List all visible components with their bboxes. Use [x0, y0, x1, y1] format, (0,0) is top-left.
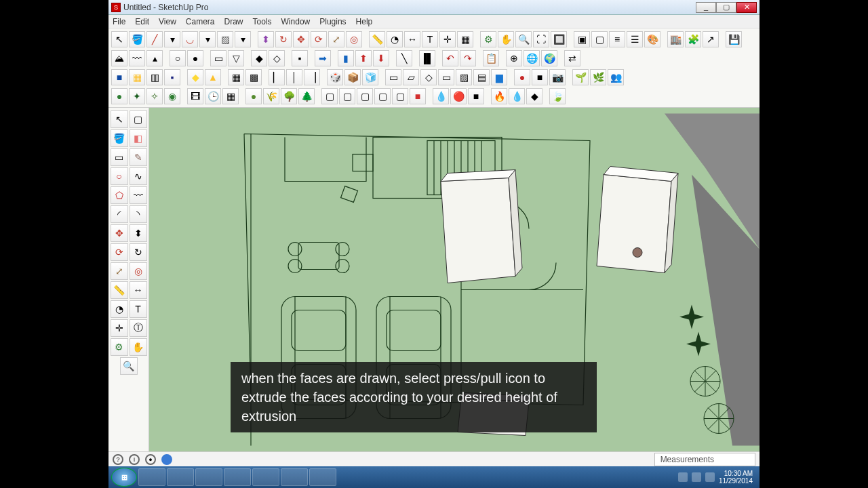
spray-r-button[interactable]: 🔴 [450, 88, 467, 104]
triangle-button[interactable]: ▲ [205, 69, 221, 85]
tray-network-icon[interactable] [692, 472, 701, 482]
grass-button[interactable]: 🌾 [263, 88, 279, 104]
green-1-button[interactable]: ● [111, 88, 127, 104]
rec-button[interactable]: ● [514, 69, 530, 85]
bar-mid-button[interactable]: │ [286, 69, 302, 85]
axes-tool[interactable]: ✛ [111, 319, 128, 337]
group-button[interactable]: ▢ [591, 31, 608, 47]
pan-tool[interactable]: ✋ [130, 338, 147, 356]
soften-button[interactable]: ○ [170, 50, 186, 66]
tape-tool[interactable]: 📏 [111, 281, 128, 299]
sq-b-button[interactable]: ▢ [339, 88, 355, 104]
bar-left-button[interactable]: ▏ [269, 69, 285, 85]
close-button[interactable]: ✕ [736, 2, 757, 13]
status-geo-icon[interactable] [161, 454, 172, 465]
pencil-tool[interactable]: ✎ [130, 148, 147, 166]
ext-warehouse-button[interactable]: 🧩 [685, 31, 701, 47]
maximize-button[interactable]: ▢ [716, 2, 736, 13]
protr-tool[interactable]: ◔ [111, 300, 128, 318]
paint-button[interactable]: 🪣 [129, 31, 145, 47]
line-button[interactable]: ╱ [146, 31, 163, 47]
globe-2-button[interactable]: 🌍 [541, 50, 557, 66]
sq-blue-button[interactable]: ■ [111, 69, 127, 85]
menu-help[interactable]: Help [356, 17, 373, 26]
page-3-button[interactable]: ◇ [420, 69, 437, 85]
rotate-tool[interactable]: ⟳ [111, 243, 128, 261]
task-app-4[interactable] [309, 468, 336, 486]
tape-button[interactable]: 📏 [369, 31, 385, 47]
page-4-button[interactable]: ▭ [438, 69, 454, 85]
tray-volume-icon[interactable] [705, 472, 715, 482]
shape-dd-button[interactable]: ▾ [235, 31, 251, 47]
mirror-button[interactable]: ▐▌ [419, 50, 435, 66]
grid-sm-button[interactable]: ▦ [228, 69, 244, 85]
arc2-tool[interactable]: ◝ [130, 205, 147, 223]
sq-dark-button[interactable]: ▪ [164, 69, 180, 85]
materials-button[interactable]: 🎨 [644, 31, 660, 47]
menu-camera[interactable]: Camera [186, 17, 215, 26]
line-dd-button[interactable]: ▾ [164, 31, 180, 47]
green-3-button[interactable]: ✧ [146, 88, 163, 104]
person-button[interactable]: 👥 [608, 69, 624, 85]
move-button[interactable]: ✥ [293, 31, 309, 47]
menu-window[interactable]: Window [281, 17, 311, 26]
plant-2-button[interactable]: 🌿 [590, 69, 606, 85]
task-app-2[interactable] [195, 468, 222, 486]
green-2-button[interactable]: ✦ [129, 88, 145, 104]
sq-red-button[interactable]: ■ [410, 88, 426, 104]
spray-sel-button[interactable]: ■ [468, 88, 484, 104]
page-tex-button[interactable]: ▤ [473, 69, 490, 85]
text-button[interactable]: T [422, 31, 438, 47]
pan-button[interactable]: ✋ [498, 31, 514, 47]
bars-dn-button[interactable]: ⬇ [373, 50, 389, 66]
share-button[interactable]: ↗ [703, 31, 719, 47]
offset-tool[interactable]: ◎ [130, 262, 147, 280]
zoom-button[interactable]: 🔍 [515, 31, 532, 47]
tray-clock[interactable]: 10:30 AM 11/29/2014 [719, 470, 753, 485]
free1-tool[interactable]: ∿ [130, 167, 147, 185]
menu-file[interactable]: File [113, 17, 125, 26]
arrow-blue-button[interactable]: ➡ [315, 50, 331, 66]
text-tool[interactable]: T [130, 300, 147, 318]
add-detail-button[interactable]: ◆ [251, 50, 267, 66]
water-button[interactable]: 💧 [509, 88, 525, 104]
tray-flag-icon[interactable] [678, 472, 688, 482]
pushpull-tool[interactable]: ⬍ [130, 224, 147, 242]
free2-tool[interactable]: 〰 [130, 186, 147, 204]
select-tool[interactable]: ↖ [111, 110, 128, 128]
3dtext-tool[interactable]: Ⓣ [130, 319, 147, 337]
status-info-icon[interactable]: i [129, 454, 140, 465]
spray-button[interactable]: 💧 [433, 88, 449, 104]
sandbox-2-button[interactable]: 〰 [129, 50, 145, 66]
paint-select-button[interactable]: ▪ [292, 50, 308, 66]
task-sketchup[interactable] [281, 468, 308, 486]
paint-tool[interactable]: 🪣 [111, 129, 128, 147]
scale-button[interactable]: ⤢ [328, 31, 344, 47]
bars-blue-button[interactable]: ▮ [338, 50, 354, 66]
tree-2-button[interactable]: 🌲 [298, 88, 315, 104]
rotate-button[interactable]: ⟳ [311, 31, 327, 47]
follow-me-button[interactable]: ↻ [275, 31, 292, 47]
cube-3-button[interactable]: 🧊 [362, 69, 378, 85]
zoom-tool[interactable]: 🔍 [120, 357, 138, 375]
orbit-tool[interactable]: ⚙ [111, 338, 128, 356]
sq-c-button[interactable]: ▢ [357, 88, 373, 104]
sphere-button[interactable]: ● [245, 88, 262, 104]
erase-tool[interactable]: ◧ [130, 129, 147, 147]
layers-button[interactable]: ≡ [609, 31, 625, 47]
axes-button[interactable]: ✛ [439, 31, 456, 47]
sq-stripes-button[interactable]: ▥ [146, 69, 163, 85]
dims-tool[interactable]: ↔ [130, 281, 147, 299]
leaf-button[interactable]: 🍃 [549, 88, 566, 104]
status-user-icon[interactable]: ● [145, 454, 156, 465]
sq-a-button[interactable]: ▢ [321, 88, 338, 104]
select-button[interactable]: ↖ [111, 31, 127, 47]
outliner-button[interactable]: ☰ [627, 31, 643, 47]
menu-view[interactable]: View [159, 17, 176, 26]
task-app-3[interactable] [224, 468, 251, 486]
sq-d-button[interactable]: ▢ [374, 88, 391, 104]
start-button[interactable]: ⊞ [111, 468, 137, 487]
zoom-window-button[interactable]: 🔲 [551, 31, 567, 47]
film-button[interactable]: 🎞 [187, 88, 203, 104]
circle-tool[interactable]: ○ [111, 167, 128, 185]
